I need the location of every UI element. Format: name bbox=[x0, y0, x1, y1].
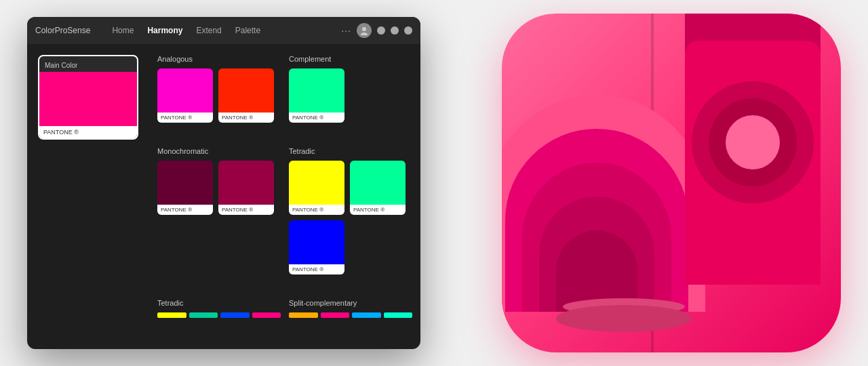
title-bar-left: ColorProSense bbox=[35, 26, 90, 35]
right-panel[interactable]: Analogous PANTONE ® PANTONE ® bbox=[149, 44, 420, 349]
analogous-pantone-2: PANTONE ® bbox=[218, 113, 274, 123]
app-window: ColorProSense Home Harmony Extend Palett… bbox=[27, 17, 420, 349]
tetradic-card-3[interactable]: PANTONE ® bbox=[289, 220, 344, 274]
complement-section: Complement PANTONE ® bbox=[289, 55, 412, 123]
app-content: Main Color PANTONE ® Analogous PANTONE ® bbox=[27, 44, 420, 349]
analogous-card-2[interactable]: PANTONE ® bbox=[218, 68, 274, 123]
complement-swatch-1 bbox=[289, 68, 344, 113]
title-bar: ColorProSense Home Harmony Extend Palett… bbox=[27, 17, 420, 44]
monochromatic-section: Monochromatic PANTONE ® PANTONE ® bbox=[157, 147, 281, 274]
icon-circles bbox=[671, 41, 821, 298]
app-title: ColorProSense bbox=[35, 26, 90, 35]
split-complementary-title: Split-complementary bbox=[289, 299, 412, 307]
nav-extend[interactable]: Extend bbox=[196, 26, 221, 35]
tetradic-section: Tetradic PANTONE ® PANTONE ® PANTONE bbox=[289, 147, 412, 274]
nav-harmony[interactable]: Harmony bbox=[147, 26, 182, 35]
split-bars bbox=[289, 312, 412, 318]
more-options-icon[interactable]: ··· bbox=[341, 25, 351, 36]
mono-swatch-1 bbox=[157, 161, 213, 205]
tetradic-swatch-3 bbox=[289, 220, 344, 264]
complement-card-1[interactable]: PANTONE ® bbox=[289, 68, 344, 123]
tetradic-bar-4 bbox=[252, 312, 281, 318]
main-color-card[interactable]: Main Color PANTONE ® bbox=[38, 55, 138, 140]
analogous-pantone-1: PANTONE ® bbox=[157, 113, 213, 123]
tetradic-bars-title: Tetradic bbox=[157, 299, 281, 307]
tetradic-bar-2 bbox=[189, 312, 218, 318]
close-button[interactable] bbox=[404, 26, 412, 35]
split-bar-3 bbox=[352, 312, 381, 318]
monochromatic-cards: PANTONE ® PANTONE ® bbox=[157, 161, 281, 215]
left-panel: Main Color PANTONE ® bbox=[27, 44, 149, 349]
tetradic-cards: PANTONE ® PANTONE ® PANTONE ® bbox=[289, 161, 412, 274]
nav-home[interactable]: Home bbox=[112, 26, 134, 35]
tetradic-bar-3 bbox=[220, 312, 250, 318]
monochromatic-title: Monochromatic bbox=[157, 147, 281, 155]
tetradic-swatch-2 bbox=[350, 161, 406, 205]
analogous-card-1[interactable]: PANTONE ® bbox=[157, 68, 213, 123]
main-pantone-label: PANTONE ® bbox=[39, 126, 137, 138]
main-color-label: Main Color bbox=[39, 56, 137, 72]
tetradic-bars bbox=[157, 312, 281, 318]
tetradic-swatch-1 bbox=[289, 161, 344, 205]
tetradic-pantone-3: PANTONE ® bbox=[289, 264, 344, 274]
complement-cards: PANTONE ® bbox=[289, 68, 412, 123]
split-bar-1 bbox=[289, 312, 318, 318]
analogous-section: Analogous PANTONE ® PANTONE ® bbox=[157, 55, 281, 123]
split-bar-4 bbox=[384, 312, 413, 318]
mono-card-1[interactable]: PANTONE ® bbox=[157, 161, 213, 215]
title-bar-right: ··· bbox=[341, 23, 412, 38]
complement-title: Complement bbox=[289, 55, 412, 63]
nav-palette[interactable]: Palette bbox=[235, 26, 260, 35]
mono-card-2[interactable]: PANTONE ® bbox=[218, 161, 274, 215]
tetradic-pantone-2: PANTONE ® bbox=[350, 205, 406, 215]
tetradic-bars-section: Tetradic bbox=[157, 299, 281, 318]
tetradic-pantone-1: PANTONE ® bbox=[289, 205, 344, 215]
analogous-swatch-2 bbox=[218, 68, 274, 113]
tetradic-card-1[interactable]: PANTONE ® bbox=[289, 161, 344, 215]
icon-podium bbox=[556, 305, 692, 332]
main-color-swatch bbox=[39, 72, 137, 126]
tetradic-bar-1 bbox=[157, 312, 186, 318]
tetradic-card-2[interactable]: PANTONE ® bbox=[350, 161, 406, 215]
split-complementary-section: Split-complementary bbox=[289, 299, 412, 318]
app-icon bbox=[502, 14, 841, 352]
complement-pantone-1: PANTONE ® bbox=[289, 113, 344, 123]
analogous-cards: PANTONE ® PANTONE ® bbox=[157, 68, 281, 123]
tetradic-title: Tetradic bbox=[289, 147, 412, 155]
maximize-button[interactable] bbox=[391, 26, 399, 35]
svg-point-1 bbox=[361, 33, 368, 35]
mono-swatch-2 bbox=[218, 161, 274, 205]
analogous-swatch-1 bbox=[157, 68, 213, 113]
avatar[interactable] bbox=[357, 23, 372, 38]
analogous-title: Analogous bbox=[157, 55, 281, 63]
mono-pantone-2: PANTONE ® bbox=[218, 205, 274, 215]
nav-items: Home Harmony Extend Palette bbox=[112, 26, 260, 35]
icon-circle-inner bbox=[726, 115, 780, 169]
minimize-button[interactable] bbox=[377, 26, 385, 35]
svg-point-0 bbox=[362, 27, 366, 31]
mono-pantone-1: PANTONE ® bbox=[157, 205, 213, 215]
split-bar-2 bbox=[321, 312, 350, 318]
